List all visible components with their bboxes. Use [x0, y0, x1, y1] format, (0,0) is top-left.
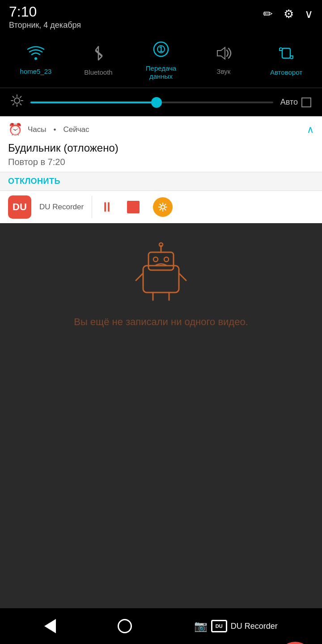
brightness-fill — [30, 102, 157, 103]
svg-point-21 — [164, 257, 169, 262]
quick-tile-wifi[interactable]: home5_23 — [13, 46, 58, 76]
svg-marker-4 — [217, 47, 225, 59]
svg-point-0 — [34, 57, 37, 60]
status-bar: 7:10 Вторник, 4 декабря ✏ ⚙ ∨ — [0, 0, 322, 34]
du-recorder-icon: DU — [8, 195, 31, 219]
svg-line-22 — [136, 273, 143, 280]
dismiss-button[interactable]: ОТКЛОНИТЬ — [8, 177, 60, 186]
svg-line-12 — [20, 104, 21, 105]
status-time: 7:10 — [9, 4, 81, 19]
notification-title: Будильник (отложено) — [0, 140, 322, 156]
empty-state-text: Вы ещё не записали ни одного видео. — [47, 314, 275, 329]
bluetooth-icon — [92, 45, 105, 66]
svg-point-6 — [14, 98, 20, 103]
quick-tile-autorotate[interactable]: Автоворот — [264, 45, 309, 76]
brightness-thumb[interactable] — [151, 97, 162, 108]
notification-app-name: Часы — [28, 125, 47, 134]
svg-point-20 — [153, 257, 158, 262]
notification-time: Сейчас — [63, 125, 89, 134]
quick-tile-bluetooth[interactable]: Bluetooth — [76, 45, 121, 76]
brightness-row: Авто — [0, 88, 322, 116]
recorder-nav-item[interactable]: 📷 DU Recorder — [194, 620, 278, 632]
quick-tile-sound[interactable]: Звук — [201, 46, 246, 76]
autorotate-icon — [278, 45, 295, 66]
bluetooth-label: Bluetooth — [84, 68, 112, 76]
camera-icon: 📷 — [194, 620, 208, 632]
notification-body: Повтор в 7:20 — [0, 156, 322, 172]
home-button[interactable] — [118, 619, 132, 633]
brightness-icon — [11, 94, 23, 110]
app-main-area: Вы ещё не записали ни одного видео. 2,98… — [0, 223, 322, 644]
recorder-stop-button[interactable] — [127, 201, 140, 213]
notification-expand-icon[interactable]: ∧ — [307, 124, 314, 136]
clock-notification[interactable]: ⏰ Часы • Сейчас ∧ Будильник (отложено) П… — [0, 116, 322, 191]
notification-area: ⏰ Часы • Сейчас ∧ Будильник (отложено) П… — [0, 116, 322, 223]
quick-tile-data[interactable]: 1 Передачаданных — [139, 41, 183, 80]
brightness-auto-checkbox[interactable] — [301, 97, 311, 107]
data-icon: 1 — [153, 41, 169, 62]
recorder-settings-button[interactable] — [153, 197, 173, 217]
edit-icon[interactable]: ✏ — [263, 7, 273, 21]
data-label: Передачаданных — [146, 64, 176, 80]
du-nav-icon — [211, 620, 227, 632]
sound-label: Звук — [217, 68, 231, 76]
clock-app-icon: ⏰ — [8, 123, 22, 136]
svg-line-23 — [179, 273, 186, 280]
brightness-slider[interactable] — [30, 102, 273, 103]
autorotate-label: Автоворот — [270, 68, 302, 76]
recorder-divider — [92, 196, 92, 218]
svg-rect-17 — [148, 252, 174, 270]
brightness-auto: Авто — [280, 97, 311, 107]
home-icon — [118, 619, 132, 633]
empty-state-illustration — [130, 241, 192, 305]
svg-rect-5 — [282, 48, 290, 58]
wifi-icon — [27, 46, 44, 65]
notification-actions: ОТКЛОНИТЬ — [0, 172, 322, 191]
quick-settings-panel: home5_23 Bluetooth 1 Передачаданных — [0, 34, 322, 88]
svg-point-19 — [159, 243, 163, 246]
svg-point-15 — [161, 205, 165, 209]
brightness-auto-label: Авто — [280, 97, 298, 107]
bottom-nav-bar: 📷 DU Recorder — [0, 608, 322, 644]
svg-line-14 — [13, 104, 14, 105]
expand-icon[interactable]: ∨ — [305, 7, 313, 21]
wifi-label: home5_23 — [20, 68, 52, 76]
back-icon — [44, 619, 56, 633]
settings-icon[interactable]: ⚙ — [284, 7, 294, 21]
svg-line-13 — [20, 97, 21, 98]
sound-icon — [215, 46, 232, 65]
recorder-nav-label: DU Recorder — [231, 622, 278, 631]
back-button[interactable] — [44, 619, 56, 633]
notification-header: ⏰ Часы • Сейчас ∧ — [0, 116, 322, 140]
recorder-label: DU Recorder — [39, 203, 84, 212]
recorder-controls: ⏸ — [100, 197, 173, 217]
status-date: Вторник, 4 декабря — [9, 21, 81, 30]
svg-line-11 — [13, 97, 14, 98]
quick-tiles-row: home5_23 Bluetooth 1 Передачаданных — [0, 41, 322, 80]
recorder-pause-button[interactable]: ⏸ — [100, 199, 114, 215]
recorder-strip: DU DU Recorder ⏸ — [0, 191, 322, 223]
